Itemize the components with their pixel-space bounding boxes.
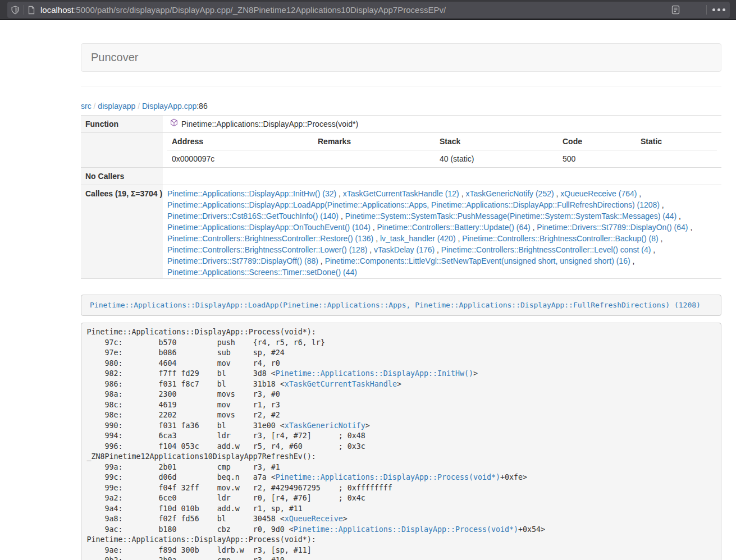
urlbar-separator xyxy=(24,5,24,15)
callee-link[interactable]: Pinetime::Drivers::Cst816S::GetTouchInfo… xyxy=(167,212,339,221)
callee-link[interactable]: Pinetime::Applications::DisplayApp::Load… xyxy=(167,200,660,209)
table-row-function: Function Pinetime::Applications::Display… xyxy=(81,116,721,133)
shield-icon[interactable] xyxy=(11,6,20,15)
breadcrumb-link[interactable]: DisplayApp.cpp xyxy=(142,102,196,111)
details-value xyxy=(636,150,717,168)
callee-link[interactable]: xTaskGetCurrentTaskHandle (12) xyxy=(343,189,459,198)
divider xyxy=(81,86,721,86)
table-row-no-callers: No Callers xyxy=(81,168,721,185)
details-header-remarks: Remarks xyxy=(313,133,435,150)
brand-title[interactable]: Puncover xyxy=(81,51,139,64)
code-symbol-link[interactable]: xQueueReceive xyxy=(285,515,343,523)
callee-line: Pinetime::Controllers::BrightnessControl… xyxy=(167,244,717,255)
function-name: Pinetime::Applications::DisplayApp::Proc… xyxy=(181,118,358,130)
browser-toolbar: localhost:5000/path/src/displayapp/Displ… xyxy=(0,0,736,20)
reader-mode-icon[interactable] xyxy=(671,5,680,15)
code-symbol-link[interactable]: xTaskGenericNotify xyxy=(285,421,365,430)
breadcrumb-link[interactable]: displayapp xyxy=(98,102,135,111)
callee-line: Pinetime::Applications::DisplayApp::OnTo… xyxy=(167,222,717,233)
callee-line: Pinetime::Applications::DisplayApp::Init… xyxy=(167,188,717,199)
callee-link[interactable]: lv_task_handler (420) xyxy=(380,234,456,243)
code-symbol-link[interactable]: Pinetime::Applications::DisplayApp::Proc… xyxy=(276,473,500,481)
code-symbol-link[interactable]: Pinetime::Applications::DisplayApp::Init… xyxy=(276,369,473,378)
callee-link[interactable]: Pinetime::Drivers::St7789::DisplayOn() (… xyxy=(537,223,688,232)
details-header-code: Code xyxy=(558,133,636,150)
symbol-popover: Pinetime::Applications::DisplayApp::Load… xyxy=(81,295,721,316)
page-actions-icon[interactable] xyxy=(712,8,725,11)
callee-link[interactable]: Pinetime::Controllers::BrightnessControl… xyxy=(462,234,658,243)
breadcrumb-separator: / xyxy=(135,102,142,111)
breadcrumb-link[interactable]: src xyxy=(81,102,92,111)
details-value: 0x0000097c xyxy=(167,150,313,168)
callee-link[interactable]: Pinetime::System::SystemTask::PushMessag… xyxy=(345,212,677,221)
disassembly-code-block: Pinetime::Applications::DisplayApp::Proc… xyxy=(81,323,721,560)
callee-link[interactable]: Pinetime::Applications::DisplayApp::OnTo… xyxy=(167,223,371,232)
no-callers-label: No Callers xyxy=(81,168,163,185)
urlbar-right-separator xyxy=(706,5,707,15)
callee-link[interactable]: Pinetime::Drivers::St7789::DisplayOff() … xyxy=(167,256,318,265)
breadcrumb: src / displayapp / DisplayApp.cpp:86 xyxy=(81,100,721,112)
callee-link[interactable]: Pinetime::Components::LittleVgl::SetNewT… xyxy=(325,256,630,265)
details-table: AddressRemarksStackCodeStatic 0x0000097c… xyxy=(167,133,717,167)
callee-line: Pinetime::Drivers::Cst816S::GetTouchInfo… xyxy=(167,210,717,222)
callee-line: Pinetime::Drivers::St7789::DisplayOff() … xyxy=(167,255,717,267)
breadcrumb-line-number: :86 xyxy=(196,102,207,111)
table-row-callees: Callees (19, Σ=3704 ) Pinetime::Applicat… xyxy=(81,185,721,279)
details-value: 500 xyxy=(558,150,636,168)
details-value xyxy=(313,150,435,168)
url-text[interactable]: localhost:5000/path/src/displayapp/Displ… xyxy=(40,5,446,15)
function-row-label: Function xyxy=(81,116,163,133)
callee-link[interactable]: Pinetime::Controllers::Battery::Update()… xyxy=(377,223,531,232)
callee-link[interactable]: xTaskGenericNotify (252) xyxy=(465,189,554,198)
callee-link[interactable]: Pinetime::Controllers::BrightnessControl… xyxy=(167,234,373,243)
code-symbol-link[interactable]: xTaskGetCurrentTaskHandle xyxy=(285,380,397,388)
callee-link[interactable]: Pinetime::Applications::DisplayApp::Init… xyxy=(167,189,336,198)
callee-line: Pinetime::Controllers::BrightnessControl… xyxy=(167,233,717,244)
breadcrumb-separator: / xyxy=(92,102,98,111)
callee-link[interactable]: xQueueReceive (764) xyxy=(560,189,637,198)
callee-link[interactable]: Pinetime::Controllers::BrightnessControl… xyxy=(167,245,367,254)
callee-link[interactable]: vTaskDelay (176) xyxy=(374,245,435,254)
table-row-details: AddressRemarksStackCodeStatic 0x0000097c… xyxy=(81,133,721,168)
details-header-stack: Stack xyxy=(435,133,558,150)
code-symbol-link[interactable]: Pinetime::Applications::DisplayApp::Proc… xyxy=(294,525,518,534)
function-table: Function Pinetime::Applications::Display… xyxy=(81,115,721,279)
details-value: 40 (static) xyxy=(435,150,558,168)
callee-line: Pinetime::Applications::Screens::Timer::… xyxy=(167,267,717,278)
callee-line: Pinetime::Applications::DisplayApp::Load… xyxy=(167,199,717,210)
details-header-static: Static xyxy=(636,133,717,150)
url-bar[interactable]: localhost:5000/path/src/displayapp/Displ… xyxy=(7,2,730,18)
callee-link[interactable]: Pinetime::Controllers::BrightnessControl… xyxy=(441,245,651,254)
page-icon[interactable] xyxy=(28,6,35,15)
app-navbar: Puncover xyxy=(81,43,721,72)
details-header-address: Address xyxy=(167,133,313,150)
function-cube-icon xyxy=(170,118,178,130)
callees-label: Callees (19, Σ=3704 ) xyxy=(81,185,163,279)
callee-link[interactable]: Pinetime::Applications::Screens::Timer::… xyxy=(167,268,357,277)
